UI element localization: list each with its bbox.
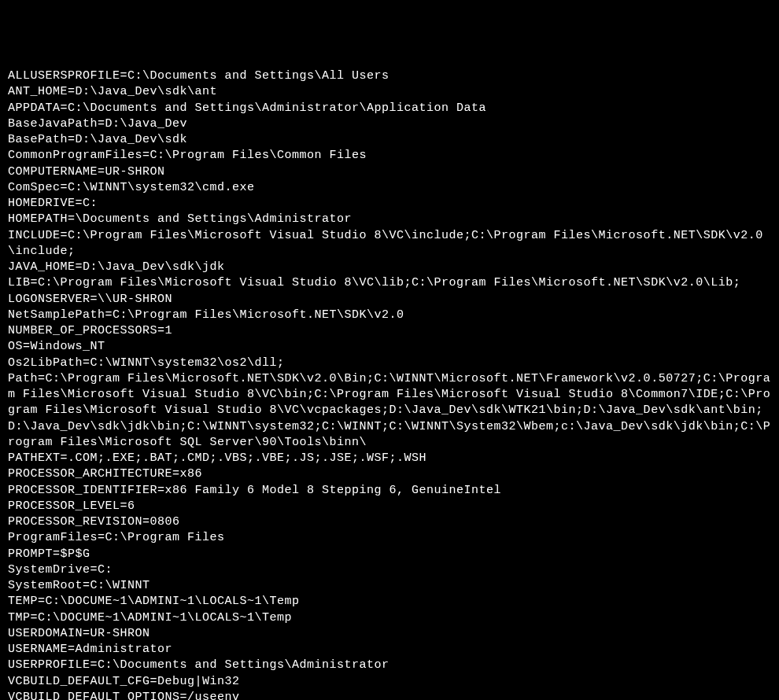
terminal-output: ALLUSERSPROFILE=C:\Documents and Setting… <box>8 68 771 700</box>
